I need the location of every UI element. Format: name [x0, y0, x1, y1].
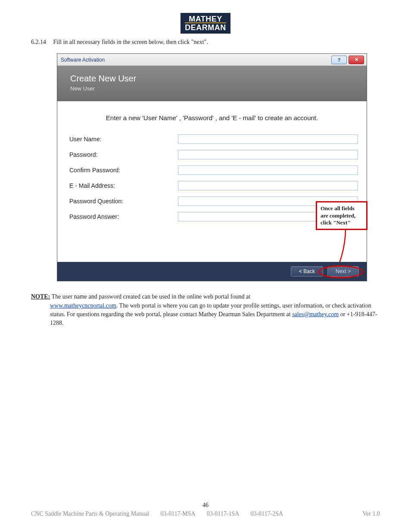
- row-password: Password:: [66, 150, 358, 159]
- label-password: Password:: [66, 151, 178, 158]
- note-text-1: The user name and password created can b…: [52, 293, 250, 300]
- portal-link[interactable]: www.matheycncportal.com: [50, 302, 116, 309]
- footer-version: Ver 1.0: [363, 510, 380, 517]
- row-email: E - Mail Address:: [66, 181, 358, 190]
- page-footer: 46 CNC Saddle Machine Parts & Operating …: [0, 502, 411, 517]
- window-subheader: New User: [70, 85, 354, 92]
- label-email: E - Mail Address:: [66, 182, 178, 189]
- software-activation-window: Software Activation ? ✕ Create New User …: [57, 53, 367, 281]
- page-number: 46: [31, 502, 380, 509]
- window-footer-bar: < Back Next >: [57, 262, 367, 281]
- label-question: Password Question:: [66, 198, 178, 205]
- close-button[interactable]: ✕: [349, 56, 364, 64]
- help-icon: ?: [338, 57, 341, 62]
- window-header-band: Create New User New User: [57, 66, 367, 101]
- footer-code-1: 03-0117-MSA: [161, 510, 196, 517]
- step-text: Fill in all necessary fields in the scre…: [53, 39, 208, 45]
- input-email[interactable]: [178, 181, 358, 190]
- note-label: NOTE:: [31, 293, 50, 300]
- input-username[interactable]: [178, 134, 358, 144]
- footer-code-2: 03-0117-1SA: [207, 510, 240, 517]
- window-title: Software Activation: [61, 57, 331, 63]
- back-button[interactable]: < Back: [291, 266, 323, 277]
- label-confirm: Confirm Password:: [66, 167, 178, 174]
- help-button[interactable]: ?: [331, 56, 347, 64]
- logo-line-1: MATHEY: [185, 16, 226, 22]
- form-area: Enter a new 'User Name' , 'Password' , a…: [57, 101, 367, 262]
- label-username: User Name:: [66, 136, 178, 143]
- row-answer: Password Answer:: [66, 212, 358, 221]
- note-block: NOTE: The user name and password created…: [31, 292, 380, 327]
- input-confirm-password[interactable]: [178, 165, 358, 175]
- row-question: Password Question:: [66, 196, 358, 206]
- row-confirm: Confirm Password:: [66, 165, 358, 175]
- step-instruction: 6.2.14 Fill in all necessary fields in t…: [31, 39, 380, 46]
- footer-manual-title: CNC Saddle Machine Parts & Operating Man…: [31, 510, 149, 517]
- step-number: 6.2.14: [31, 39, 52, 46]
- label-answer: Password Answer:: [66, 213, 178, 220]
- window-header: Create New User: [70, 74, 354, 84]
- brand-logo: MATHEY DEARMAN: [31, 13, 380, 34]
- input-password[interactable]: [178, 150, 358, 159]
- form-instruction: Enter a new 'User Name' , 'Password' , a…: [66, 114, 358, 121]
- footer-code-3: 03-0117-2SA: [250, 510, 283, 517]
- annotation-callout: Once all fields are completed, click "Ne…: [316, 201, 367, 230]
- next-button[interactable]: Next >: [327, 266, 359, 277]
- row-username: User Name:: [66, 134, 358, 144]
- window-titlebar: Software Activation ? ✕: [57, 54, 367, 66]
- sales-email-link[interactable]: sales@mathey.com: [292, 311, 339, 317]
- close-icon: ✕: [355, 57, 358, 62]
- logo-line-2: DEARMAN: [185, 22, 226, 31]
